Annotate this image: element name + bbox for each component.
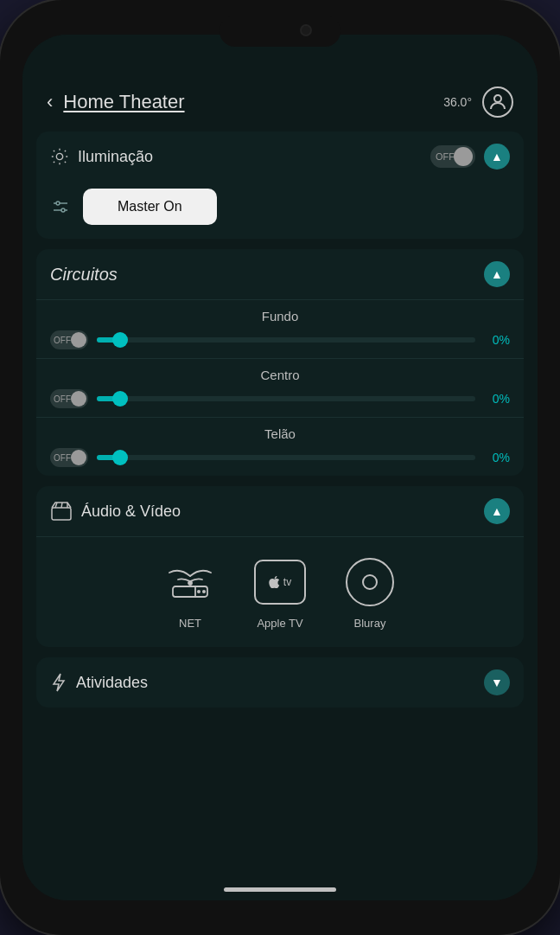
phone-frame: ‹ Home Theater 36.0° [0, 0, 560, 935]
circuit-control-telao: OFF 0% [50, 448, 510, 467]
atividades-header: Atividades ▼ [36, 657, 524, 708]
circuit-row-telao: Telão OFF 0% [36, 418, 524, 476]
svg-point-1 [56, 153, 62, 159]
circuit-name-telao: Telão [50, 426, 510, 441]
screen-content: ‹ Home Theater 36.0° [22, 35, 538, 900]
svg-rect-6 [52, 508, 71, 520]
iluminacao-header-left: Iluminação [50, 147, 153, 166]
atividades-header-left: Atividades [50, 672, 148, 693]
bluray-circle [346, 558, 394, 606]
av-title: Áudio & Vídeo [81, 503, 181, 521]
circuit-control-centro: OFF 0% [50, 389, 510, 408]
circuit-pct-fundo: 0% [484, 333, 510, 347]
av-header-left: Áudio & Vídeo [50, 501, 181, 522]
circuitos-collapse-button[interactable]: ▲ [484, 261, 510, 287]
light-bulb-icon [50, 147, 69, 166]
circuit-row-centro: Centro OFF 0% [36, 359, 524, 418]
circuit-name-fundo: Fundo [50, 309, 510, 323]
circuit-toggle-label-telao: OFF [54, 453, 71, 463]
svg-point-13 [197, 590, 200, 593]
phone-camera [300, 24, 312, 36]
circuit-pct-telao: 0% [484, 451, 510, 464]
circuit-toggle-label-fundo: OFF [54, 336, 71, 345]
av-device-bluray[interactable]: Bluray [342, 554, 398, 630]
master-on-button[interactable]: Master On [83, 189, 217, 225]
circuit-toggle-label-centro: OFF [54, 394, 71, 404]
av-header: Áudio & Vídeo ▲ [36, 486, 524, 537]
appletv-inner: tv [269, 576, 291, 588]
av-devices: NET tv [36, 537, 524, 647]
iluminacao-title: Iluminação [78, 148, 153, 166]
back-button[interactable]: ‹ [47, 91, 53, 113]
svg-line-8 [61, 503, 62, 508]
home-indicator [224, 887, 336, 892]
svg-point-14 [202, 590, 206, 593]
temperature-label: 36.0° [443, 95, 472, 109]
atividades-section: Atividades ▼ [36, 657, 524, 708]
svg-point-4 [56, 202, 60, 205]
circuitos-title: Circuitos [50, 265, 118, 285]
slider-telao[interactable] [97, 455, 475, 460]
header: ‹ Home Theater 36.0° [22, 35, 538, 131]
bluray-icon [342, 554, 398, 610]
appletv-icon: tv [252, 554, 308, 610]
master-on-row: Master On [36, 182, 524, 239]
svg-point-5 [61, 208, 65, 212]
circuit-toggle-telao[interactable]: OFF [50, 448, 88, 467]
iluminacao-toggle[interactable]: OFF [430, 145, 475, 168]
circuitos-section: Circuitos ▲ Fundo OFF [36, 249, 524, 476]
bluray-inner-circle [362, 574, 378, 590]
header-right: 36.0° [443, 86, 513, 118]
svg-point-0 [494, 95, 501, 102]
appletv-box: tv [254, 560, 306, 605]
av-device-net[interactable]: NET [162, 554, 218, 630]
net-icon [162, 554, 218, 610]
phone-screen: ‹ Home Theater 36.0° [22, 35, 538, 900]
circuit-control-fundo: OFF 0% [50, 330, 510, 349]
av-collapse-button[interactable]: ▲ [484, 498, 510, 524]
av-device-appletv[interactable]: tv Apple TV [252, 554, 308, 630]
circuit-name-centro: Centro [50, 368, 510, 382]
lightning-icon [50, 672, 67, 693]
slider-fundo[interactable] [97, 337, 475, 343]
iluminacao-header: Iluminação OFF ▲ [36, 131, 524, 182]
bluray-label: Bluray [354, 617, 386, 630]
phone-notch [220, 16, 340, 47]
atividades-title: Atividades [76, 674, 148, 692]
user-icon[interactable] [482, 86, 513, 118]
circuitos-header: Circuitos ▲ [36, 249, 524, 300]
svg-point-10 [188, 581, 192, 585]
net-label: NET [179, 617, 201, 630]
toggle-off-label: OFF [436, 151, 455, 162]
circuit-toggle-centro[interactable]: OFF [50, 389, 88, 408]
av-icon [50, 501, 73, 522]
iluminacao-section: Iluminação OFF ▲ [36, 131, 524, 239]
toggle-thumb [454, 147, 473, 166]
header-left: ‹ Home Theater [47, 91, 185, 113]
circuit-pct-centro: 0% [484, 392, 510, 406]
apple-logo-icon [269, 576, 281, 588]
iluminacao-collapse-button[interactable]: ▲ [484, 144, 510, 170]
slider-centro[interactable] [97, 396, 475, 401]
appletv-label: Apple TV [257, 617, 302, 630]
atividades-expand-button[interactable]: ▼ [484, 669, 510, 695]
sliders-icon [50, 198, 71, 215]
circuit-row-fundo: Fundo OFF 0% [36, 300, 524, 359]
circuit-toggle-fundo[interactable]: OFF [50, 330, 88, 349]
av-section: Áudio & Vídeo ▲ [36, 486, 524, 647]
page-title: Home Theater [63, 91, 184, 113]
